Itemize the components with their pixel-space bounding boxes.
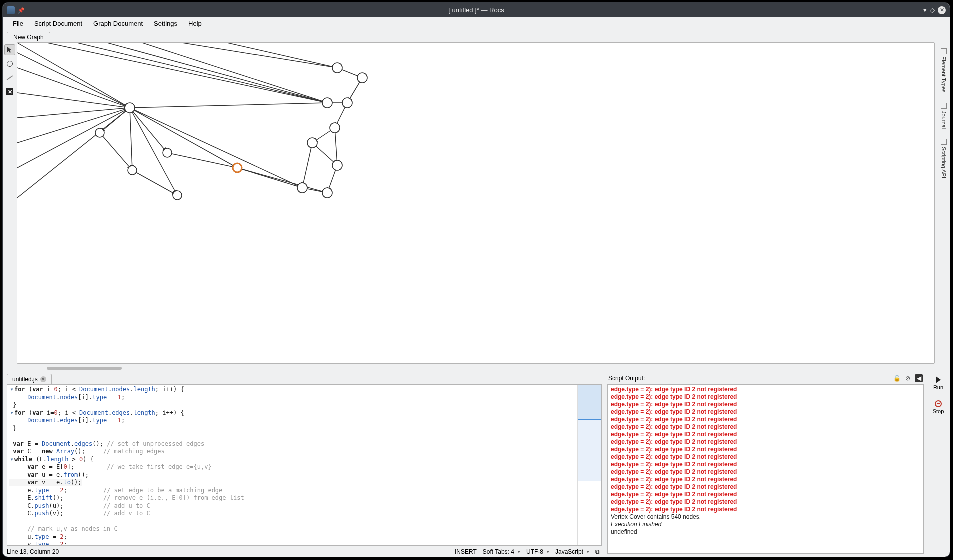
node-tool[interactable]	[4, 58, 16, 70]
graph-tab-new[interactable]: New Graph	[7, 32, 50, 42]
svg-line-35	[335, 128, 338, 166]
graph-canvas[interactable]	[17, 42, 720, 364]
editor-minimap[interactable]	[578, 385, 602, 422]
svg-point-45	[342, 98, 352, 108]
output-error-line: edge.type = 2): edge type ID 2 not regis…	[611, 394, 720, 401]
output-error-line: edge.type = 2): edge type ID 2 not regis…	[611, 401, 720, 408]
menu-script-document[interactable]: Script Document	[30, 18, 88, 30]
svg-point-44	[322, 98, 332, 108]
code-editor[interactable]: ▾for (var i=0; i < Document.nodes.length…	[8, 385, 578, 422]
svg-line-21	[228, 43, 338, 68]
titlebar: [ untitled ]* — Rocs ▾ ◇ ✕	[3, 3, 720, 18]
svg-line-16	[48, 43, 328, 103]
svg-point-49	[298, 183, 308, 193]
menubar: File Script Document Graph Document Sett…	[3, 18, 720, 30]
svg-line-9	[130, 108, 168, 153]
output-console[interactable]: edge.type = 2): edge type ID 2 not regis…	[608, 384, 720, 422]
output-error-line: edge.type = 2): edge type ID 2 not regis…	[611, 408, 720, 416]
menu-help[interactable]: Help	[184, 18, 207, 30]
window-title: [ untitled ]* — Rocs	[67, 6, 720, 14]
svg-point-50	[322, 188, 332, 198]
pointer-tool[interactable]	[4, 44, 16, 56]
svg-point-39	[128, 166, 137, 175]
line-icon	[7, 76, 14, 80]
svg-line-20	[182, 43, 338, 68]
svg-point-36	[125, 103, 135, 113]
svg-point-37	[96, 128, 104, 138]
svg-point-40	[173, 191, 182, 200]
svg-point-47	[308, 138, 318, 148]
svg-line-3	[18, 93, 130, 108]
svg-line-2	[18, 68, 130, 108]
svg-line-13	[168, 153, 238, 168]
script-tab-untitled[interactable]: untitled.js ✕	[7, 374, 52, 384]
graph-tabbar: New Graph	[3, 30, 720, 42]
graph-hscrollbar[interactable]	[17, 366, 720, 372]
svg-point-38	[163, 148, 172, 158]
output-error-line: edge.type = 2): edge type ID 2 not regis…	[611, 386, 720, 394]
svg-point-43	[358, 73, 368, 83]
graph-toolbar: ✕	[3, 42, 17, 372]
svg-line-8	[100, 108, 130, 133]
svg-line-10	[130, 108, 132, 170]
svg-point-42	[332, 63, 342, 73]
menu-file[interactable]: File	[8, 18, 28, 30]
edge-tool[interactable]	[4, 72, 16, 84]
pin-icon[interactable]	[18, 6, 25, 14]
svg-line-17	[78, 43, 328, 103]
svg-line-18	[108, 43, 328, 103]
app-icon	[7, 6, 15, 14]
script-tabbar: untitled.js ✕	[3, 372, 604, 384]
delete-icon: ✕	[6, 88, 14, 96]
circle-icon	[7, 61, 13, 67]
svg-line-25	[238, 168, 328, 193]
svg-point-48	[332, 160, 342, 170]
svg-line-0	[18, 43, 130, 108]
svg-line-15	[100, 133, 132, 170]
delete-tool[interactable]: ✕	[4, 86, 16, 98]
svg-line-22	[130, 103, 328, 108]
graph-svg	[18, 43, 698, 216]
close-icon[interactable]: ✕	[40, 376, 46, 382]
svg-line-19	[142, 43, 328, 103]
svg-line-7	[18, 108, 130, 198]
svg-line-33	[302, 143, 312, 188]
output-label: Script Output:	[608, 375, 645, 382]
svg-point-46	[330, 123, 340, 133]
menu-settings[interactable]: Settings	[149, 18, 182, 30]
svg-line-23	[130, 108, 302, 188]
svg-point-41	[233, 164, 242, 172]
svg-line-1	[18, 53, 130, 108]
output-error-line: edge.type = 2): edge type ID 2 not regis…	[611, 416, 720, 422]
menu-graph-document[interactable]: Graph Document	[88, 18, 148, 30]
output-header: Script Output: 🔓 ⊘ ◀	[604, 372, 720, 384]
